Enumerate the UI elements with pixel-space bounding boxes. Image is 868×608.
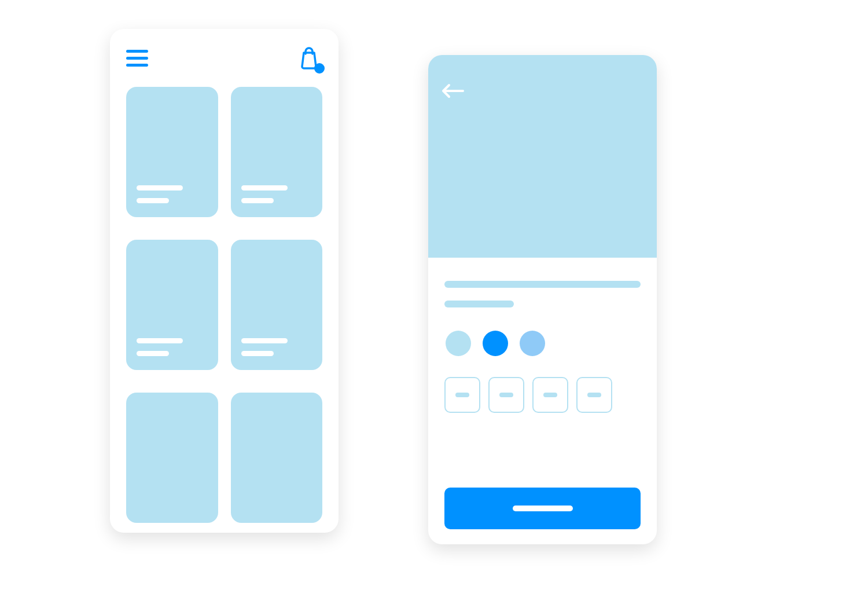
product-card[interactable] xyxy=(231,393,323,523)
product-detail-screen xyxy=(428,55,657,544)
product-card[interactable] xyxy=(126,240,218,370)
product-title-placeholder xyxy=(137,185,183,191)
product-card[interactable] xyxy=(231,240,323,370)
product-hero-image xyxy=(428,55,657,258)
back-button[interactable] xyxy=(441,83,464,99)
product-card[interactable] xyxy=(231,87,323,217)
product-price-placeholder xyxy=(241,198,274,203)
catalog-screen xyxy=(110,29,339,533)
arrow-left-icon xyxy=(441,83,464,99)
size-chip[interactable] xyxy=(488,377,524,413)
size-label-placeholder xyxy=(587,393,601,397)
product-card[interactable] xyxy=(126,87,218,217)
product-subtitle-placeholder xyxy=(444,301,514,307)
product-grid xyxy=(110,87,339,533)
shopping-bag-button[interactable] xyxy=(296,45,322,71)
add-to-cart-button[interactable] xyxy=(444,488,641,529)
size-chip[interactable] xyxy=(532,377,568,413)
product-title-placeholder xyxy=(137,338,183,343)
size-options xyxy=(444,377,641,413)
product-price-placeholder xyxy=(137,198,169,203)
product-card[interactable] xyxy=(126,393,218,523)
product-title-placeholder xyxy=(241,338,288,343)
size-label-placeholder xyxy=(543,393,557,397)
product-detail-body xyxy=(428,258,657,413)
color-swatch[interactable] xyxy=(446,331,471,356)
hamburger-icon[interactable] xyxy=(126,50,148,67)
product-price-placeholder xyxy=(137,351,169,356)
cta-label-placeholder xyxy=(513,506,573,511)
color-options xyxy=(444,331,641,356)
catalog-header xyxy=(110,29,339,87)
color-swatch[interactable] xyxy=(483,331,508,356)
product-title-placeholder xyxy=(444,281,641,288)
product-price-placeholder xyxy=(241,351,274,356)
color-swatch[interactable] xyxy=(520,331,545,356)
size-chip[interactable] xyxy=(576,377,612,413)
size-label-placeholder xyxy=(499,393,513,397)
size-chip[interactable] xyxy=(444,377,480,413)
cart-badge-icon xyxy=(314,63,325,74)
size-label-placeholder xyxy=(455,393,469,397)
product-title-placeholder xyxy=(241,185,288,191)
